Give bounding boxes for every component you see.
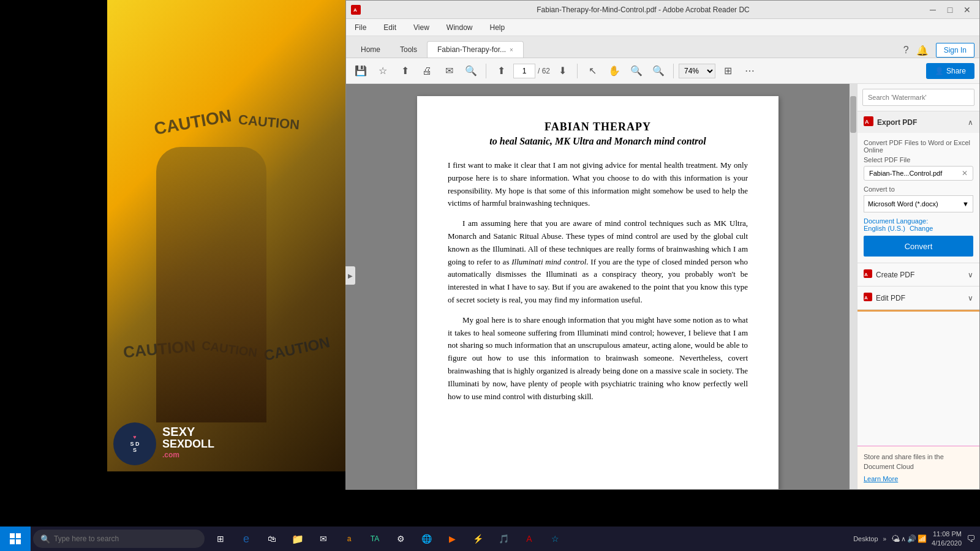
taskview-button[interactable]: ⊞ xyxy=(209,528,232,550)
convert-button[interactable]: Convert xyxy=(864,236,973,257)
mail-button[interactable]: ✉ xyxy=(312,528,334,550)
search-icon: 🔍 xyxy=(40,534,50,544)
vlc-button[interactable]: ▶ xyxy=(441,528,463,550)
close-button[interactable]: ✕ xyxy=(960,4,974,16)
up-arrow-icon[interactable]: ∧ xyxy=(901,535,906,543)
clock-date: 4/16/2020 xyxy=(932,539,962,548)
bell-icon[interactable]: 🔔 xyxy=(916,45,929,56)
cloud-title: Store and share files in the Document Cl… xyxy=(864,452,973,471)
menu-window[interactable]: Window xyxy=(443,21,477,34)
orange-divider xyxy=(858,310,979,312)
taskbar-search-area[interactable]: 🔍 xyxy=(33,530,205,548)
star-button[interactable]: ☆ xyxy=(373,61,393,81)
zoom-select[interactable]: 74% 50% 100% 125% xyxy=(679,64,715,78)
pdf-area[interactable]: FABIAN THERAPY to heal Satanic, MK Ultra… xyxy=(346,84,850,489)
acrobat-taskbar-button[interactable]: A xyxy=(518,528,540,550)
svg-rect-8 xyxy=(10,533,15,538)
expand-panel-arrow[interactable]: ▶ xyxy=(345,266,355,285)
save-button[interactable]: 💾 xyxy=(351,61,371,81)
remove-file-button[interactable]: ✕ xyxy=(962,169,968,178)
network-icon[interactable]: 📶 xyxy=(918,534,927,543)
system-clock[interactable]: 11:08 PM 4/16/2020 xyxy=(932,530,962,549)
acrobat-window: A Fabian-Therapy-for-Mind-Control.pdf - … xyxy=(345,0,980,490)
figure-silhouette xyxy=(156,147,266,422)
export-pdf-body: Convert PDF Files to Word or Excel Onlin… xyxy=(858,133,979,263)
search-button[interactable]: 🔍 xyxy=(461,61,481,81)
doc-lang-value: English (U.S.) xyxy=(864,225,905,232)
next-page-button[interactable]: ⬇ xyxy=(552,61,572,81)
select-file-label: Select PDF File xyxy=(864,156,973,163)
notification-button[interactable]: 🗨 xyxy=(967,534,975,544)
start-button[interactable] xyxy=(0,527,31,551)
hand-tool[interactable]: ✋ xyxy=(605,61,624,81)
more-tools-button[interactable]: ⋯ xyxy=(740,61,760,81)
caution-text-2: CAUTION xyxy=(238,112,300,133)
format-selected-label: Microsoft Word (*.docx) xyxy=(868,200,938,208)
edit-pdf-header[interactable]: A Edit PDF ∨ xyxy=(858,287,979,309)
menu-bar: File Edit View Window Help xyxy=(346,19,979,36)
convert-files-label: Convert PDF Files to Word or Excel Onlin… xyxy=(864,139,973,154)
email-button[interactable]: ✉ xyxy=(439,61,459,81)
edit-pdf-icon: A xyxy=(864,293,872,303)
menu-edit[interactable]: Edit xyxy=(380,21,400,34)
tab-tools[interactable]: Tools xyxy=(390,42,427,58)
tab-home[interactable]: Home xyxy=(351,42,390,58)
explorer-button[interactable]: 📁 xyxy=(287,528,309,550)
speaker-icon[interactable]: 🔊 xyxy=(907,534,916,543)
taskbar-search-input[interactable] xyxy=(54,534,189,543)
menu-view[interactable]: View xyxy=(410,21,433,34)
edit-pdf-label: Edit PDF xyxy=(876,294,905,302)
app8-button[interactable]: ⚙ xyxy=(390,528,412,550)
panel-search-input[interactable] xyxy=(862,89,974,106)
page-total-label: / 62 xyxy=(538,67,550,75)
export-chevron-icon: ∧ xyxy=(968,118,973,127)
tab-close-button[interactable]: × xyxy=(510,47,513,53)
pdf-title: FABIAN THERAPY xyxy=(448,121,748,133)
pdf-body: I first want to make it clear that I am … xyxy=(448,159,748,403)
app12-button[interactable]: 🎵 xyxy=(492,528,514,550)
share-button[interactable]: 👤 Share xyxy=(926,63,974,79)
ie-button[interactable]: e xyxy=(235,528,257,550)
window-title: Fabian-Therapy-for-Mind-Control.pdf - Ad… xyxy=(366,6,921,14)
menu-file[interactable]: File xyxy=(351,21,370,34)
format-select-dropdown[interactable]: Microsoft Word (*.docx) ▼ xyxy=(864,195,973,212)
zoom-in-button[interactable]: 🔍 xyxy=(649,61,668,81)
toolbar: 💾 ☆ ⬆ 🖨 ✉ 🔍 ⬆ 1 / 62 ⬇ ↖ ✋ 🔍 🔍 74% 50% 1… xyxy=(346,58,979,84)
upload-button[interactable]: ⬆ xyxy=(395,61,415,81)
page-number-input[interactable]: 1 xyxy=(513,64,535,78)
pdf-paragraph-3: My goal here is to share enough informat… xyxy=(448,314,748,403)
scrollbar-thumb[interactable] xyxy=(850,96,856,133)
svg-rect-10 xyxy=(10,539,15,544)
tripadvisor-button[interactable]: TA xyxy=(364,528,386,550)
store-button[interactable]: 🛍 xyxy=(261,528,283,550)
create-header-left: A Create PDF xyxy=(864,269,914,280)
svg-rect-11 xyxy=(16,539,21,544)
sign-in-button[interactable]: Sign In xyxy=(936,43,974,58)
fit-page-button[interactable]: ⊞ xyxy=(718,61,737,81)
minimize-button[interactable]: ─ xyxy=(925,4,940,16)
maximize-button[interactable]: □ xyxy=(943,4,957,16)
amazon-button[interactable]: a xyxy=(338,528,360,550)
tab-active-document[interactable]: Fabian-Therapy-for... × xyxy=(427,41,524,58)
app11-button[interactable]: ⚡ xyxy=(467,528,489,550)
learn-more-link[interactable]: Learn More xyxy=(864,475,898,482)
create-pdf-header[interactable]: A Create PDF ∨ xyxy=(858,263,979,286)
print-button[interactable]: 🖨 xyxy=(417,61,437,81)
app14-button[interactable]: ☆ xyxy=(544,528,566,550)
app9-button[interactable]: 🌐 xyxy=(415,528,437,550)
toolbar-divider-1 xyxy=(486,64,486,78)
select-tool[interactable]: ↖ xyxy=(582,61,602,81)
acrobat-app-icon: A xyxy=(351,5,361,15)
weather-icon[interactable]: 🌤 xyxy=(891,534,900,544)
menu-help[interactable]: Help xyxy=(486,21,509,34)
help-icon[interactable]: ? xyxy=(903,45,909,56)
vertical-scrollbar[interactable] xyxy=(850,84,857,489)
export-pdf-label: Export PDF xyxy=(877,118,917,127)
format-chevron-icon: ▼ xyxy=(962,200,969,208)
zoom-out-button[interactable]: 🔍 xyxy=(627,61,646,81)
export-header-left: A Export PDF xyxy=(864,116,917,128)
prev-page-button[interactable]: ⬆ xyxy=(491,61,511,81)
svg-text:A: A xyxy=(864,272,868,277)
export-pdf-header[interactable]: A Export PDF ∧ Convert a PDF to Microsof… xyxy=(858,111,979,133)
change-language-link[interactable]: Change xyxy=(910,225,933,232)
